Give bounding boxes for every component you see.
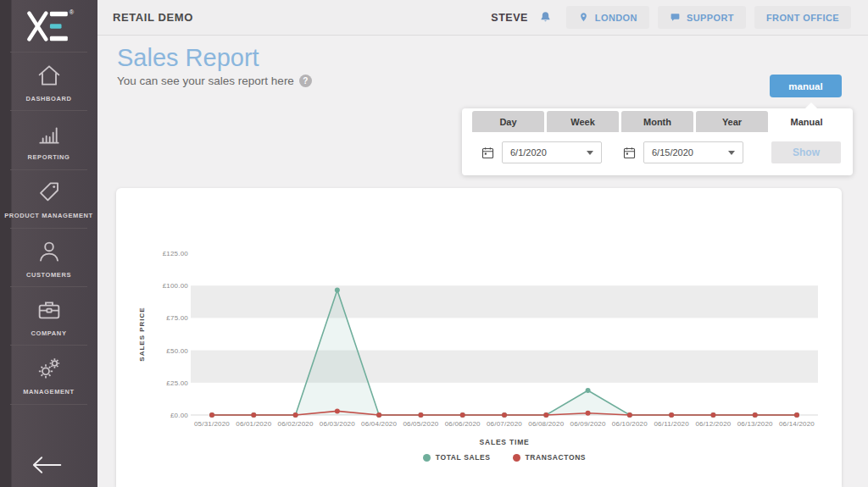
sidebar-item-product-management[interactable]: PRODUCT MANAGEMENT — [0, 170, 97, 229]
sidebar-item-dashboard[interactable]: DASHBOARD — [0, 53, 97, 111]
sidebar: ® DASHBOARD REPORTING PRODUCT MANAGEMENT… — [0, 0, 97, 487]
chart-legend: TOTAL SALES TRANSACTONS — [191, 453, 818, 462]
tab-month[interactable]: Month — [621, 111, 693, 132]
person-icon — [34, 238, 64, 265]
topbar-buttons: LONDON SUPPORT FRONT OFFICE — [566, 6, 851, 29]
page-subtitle-text: You can see your sales report here — [117, 75, 294, 87]
tab-year[interactable]: Year — [696, 111, 768, 132]
sales-chart-card: £0.00£25.00£50.00£75.00£100.00£125.0005/… — [116, 188, 842, 487]
arrow-left-icon — [28, 453, 65, 477]
tab-day[interactable]: Day — [472, 111, 544, 132]
page-header: Sales Report You can see your sales repo… — [117, 44, 312, 87]
back-button[interactable] — [28, 453, 65, 477]
price-tag-icon — [34, 179, 64, 206]
briefcase-icon — [34, 296, 64, 324]
date-from-value: 6/1/2020 — [510, 147, 547, 158]
svg-text:06/10/2020: 06/10/2020 — [612, 420, 648, 428]
svg-text:06/03/2020: 06/03/2020 — [320, 420, 355, 428]
date-to-select[interactable]: 6/15/2020 — [643, 141, 743, 163]
chevron-down-icon — [587, 151, 593, 155]
svg-text:06/11/2020: 06/11/2020 — [654, 420, 689, 428]
manual-button[interactable]: manual — [770, 75, 842, 97]
front-office-button[interactable]: FRONT OFFICE — [754, 6, 851, 29]
period-tabs: DayWeekMonthYearManual — [462, 108, 853, 132]
svg-text:06/02/2020: 06/02/2020 — [278, 420, 314, 428]
home-icon — [34, 62, 64, 89]
svg-text:06/09/2020: 06/09/2020 — [570, 420, 606, 428]
sidebar-item-customers[interactable]: CUSTOMERS — [0, 229, 97, 287]
chevron-down-icon — [728, 151, 735, 155]
sidebar-item-reporting[interactable]: REPORTING — [0, 111, 97, 169]
user-name: STEVE — [491, 12, 528, 24]
svg-text:£0.00: £0.00 — [170, 412, 188, 419]
sidebar-nav: DASHBOARD REPORTING PRODUCT MANAGEMENT C… — [0, 53, 97, 405]
svg-text:£100.00: £100.00 — [163, 282, 189, 290]
app-title: RETAIL DEMO — [113, 11, 193, 24]
location-pin-icon — [578, 12, 589, 23]
date-to-value: 6/15/2020 — [652, 147, 693, 158]
svg-text:05/31/2020: 05/31/2020 — [194, 420, 230, 428]
svg-text:06/01/2020: 06/01/2020 — [236, 420, 271, 428]
svg-text:06/13/2020: 06/13/2020 — [737, 420, 773, 428]
x-axis-title: SALES TIME — [191, 438, 818, 446]
legend-dot-icon — [513, 454, 520, 462]
registered-mark: ® — [69, 8, 74, 16]
sidebar-item-management[interactable]: MANAGEMENT — [0, 346, 97, 404]
calendar-icon-to[interactable] — [622, 146, 637, 160]
help-icon[interactable]: ? — [299, 75, 312, 87]
svg-text:06/08/2020: 06/08/2020 — [528, 420, 564, 428]
legend-dot-icon — [423, 454, 431, 462]
london-button[interactable]: LONDON — [566, 6, 649, 29]
date-from-select[interactable]: 6/1/2020 — [502, 141, 602, 163]
svg-text:06/07/2020: 06/07/2020 — [487, 420, 522, 428]
support-button[interactable]: SUPPORT — [658, 6, 746, 29]
topbar: RETAIL DEMO STEVE LONDON SUPPORT FRONT O… — [97, 0, 868, 36]
show-button[interactable]: Show — [771, 141, 841, 163]
chat-bubble-icon — [670, 12, 681, 23]
legend-item: TRANSACTONS — [513, 453, 587, 462]
bell-icon[interactable] — [538, 10, 553, 25]
app-logo[interactable]: ® — [0, 0, 97, 53]
svg-text:06/04/2020: 06/04/2020 — [361, 420, 397, 428]
xe-logo-icon: ® — [24, 7, 75, 46]
svg-text:£75.00: £75.00 — [166, 314, 188, 322]
svg-text:£50.00: £50.00 — [166, 347, 188, 355]
filter-panel: DayWeekMonthYearManual 6/1/2020 6/15/202… — [462, 108, 853, 175]
svg-text:06/14/2020: 06/14/2020 — [779, 420, 815, 428]
svg-text:SALES PRICE: SALES PRICE — [138, 307, 146, 361]
svg-text:06/05/2020: 06/05/2020 — [403, 420, 438, 428]
page-title: Sales Report — [117, 44, 312, 72]
topbar-right: STEVE LONDON SUPPORT FRONT OFFICE — [491, 6, 851, 29]
svg-text:06/06/2020: 06/06/2020 — [445, 420, 481, 428]
sidebar-item-company[interactable]: COMPANY — [0, 287, 97, 346]
tab-week[interactable]: Week — [547, 111, 619, 132]
gears-icon — [34, 355, 64, 382]
page-subtitle: You can see your sales report here ? — [117, 75, 312, 87]
tab-manual[interactable]: Manual — [771, 111, 843, 132]
svg-text:06/12/2020: 06/12/2020 — [695, 420, 731, 428]
calendar-icon-from[interactable] — [481, 146, 495, 160]
svg-text:£25.00: £25.00 — [166, 379, 188, 387]
sales-chart: £0.00£25.00£50.00£75.00£100.00£125.0005/… — [116, 188, 842, 435]
bar-chart-icon — [34, 120, 64, 147]
date-controls: 6/1/2020 6/15/2020 Show — [462, 132, 853, 163]
svg-text:£125.00: £125.00 — [163, 250, 189, 257]
legend-item: TOTAL SALES — [423, 453, 491, 462]
